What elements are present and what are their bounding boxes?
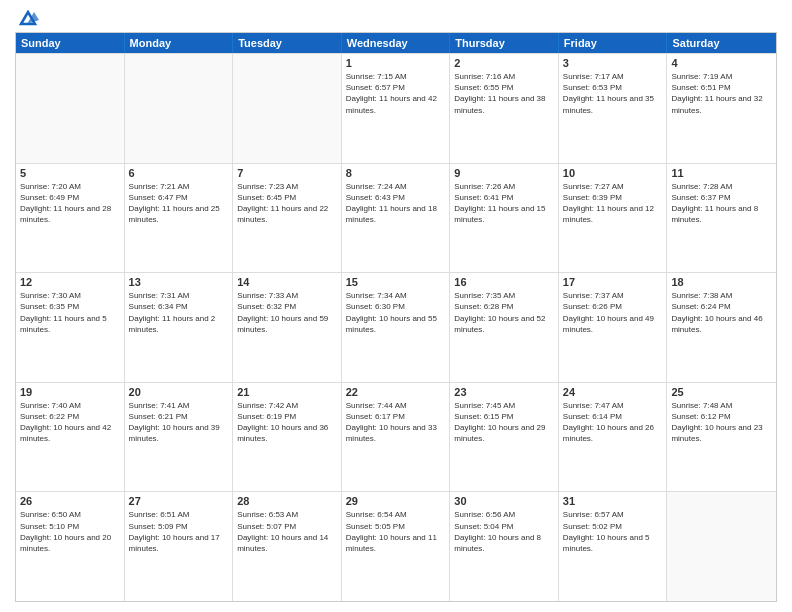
day-info: Sunrise: 7:23 AM Sunset: 6:45 PM Dayligh… — [237, 181, 337, 226]
day-number: 23 — [454, 386, 554, 398]
day-31: 31Sunrise: 6:57 AM Sunset: 5:02 PM Dayli… — [559, 492, 668, 601]
calendar-row-5: 26Sunrise: 6:50 AM Sunset: 5:10 PM Dayli… — [16, 491, 776, 601]
calendar-row-1: 1Sunrise: 7:15 AM Sunset: 6:57 PM Daylig… — [16, 53, 776, 163]
day-23: 23Sunrise: 7:45 AM Sunset: 6:15 PM Dayli… — [450, 383, 559, 492]
day-info: Sunrise: 7:33 AM Sunset: 6:32 PM Dayligh… — [237, 290, 337, 335]
day-number: 3 — [563, 57, 663, 69]
calendar-body: 1Sunrise: 7:15 AM Sunset: 6:57 PM Daylig… — [16, 53, 776, 601]
day-3: 3Sunrise: 7:17 AM Sunset: 6:53 PM Daylig… — [559, 54, 668, 163]
day-info: Sunrise: 7:17 AM Sunset: 6:53 PM Dayligh… — [563, 71, 663, 116]
day-6: 6Sunrise: 7:21 AM Sunset: 6:47 PM Daylig… — [125, 164, 234, 273]
day-8: 8Sunrise: 7:24 AM Sunset: 6:43 PM Daylig… — [342, 164, 451, 273]
calendar: SundayMondayTuesdayWednesdayThursdayFrid… — [15, 32, 777, 602]
day-17: 17Sunrise: 7:37 AM Sunset: 6:26 PM Dayli… — [559, 273, 668, 382]
weekday-header-sunday: Sunday — [16, 33, 125, 53]
day-number: 28 — [237, 495, 337, 507]
day-16: 16Sunrise: 7:35 AM Sunset: 6:28 PM Dayli… — [450, 273, 559, 382]
day-info: Sunrise: 7:21 AM Sunset: 6:47 PM Dayligh… — [129, 181, 229, 226]
day-number: 17 — [563, 276, 663, 288]
day-info: Sunrise: 7:28 AM Sunset: 6:37 PM Dayligh… — [671, 181, 772, 226]
day-18: 18Sunrise: 7:38 AM Sunset: 6:24 PM Dayli… — [667, 273, 776, 382]
day-19: 19Sunrise: 7:40 AM Sunset: 6:22 PM Dayli… — [16, 383, 125, 492]
day-number: 31 — [563, 495, 663, 507]
logo-icon — [17, 10, 39, 28]
day-info: Sunrise: 7:24 AM Sunset: 6:43 PM Dayligh… — [346, 181, 446, 226]
day-1: 1Sunrise: 7:15 AM Sunset: 6:57 PM Daylig… — [342, 54, 451, 163]
empty-cell — [125, 54, 234, 163]
day-number: 15 — [346, 276, 446, 288]
day-7: 7Sunrise: 7:23 AM Sunset: 6:45 PM Daylig… — [233, 164, 342, 273]
day-info: Sunrise: 6:56 AM Sunset: 5:04 PM Dayligh… — [454, 509, 554, 554]
page: SundayMondayTuesdayWednesdayThursdayFrid… — [0, 0, 792, 612]
weekday-header-monday: Monday — [125, 33, 234, 53]
day-21: 21Sunrise: 7:42 AM Sunset: 6:19 PM Dayli… — [233, 383, 342, 492]
calendar-row-3: 12Sunrise: 7:30 AM Sunset: 6:35 PM Dayli… — [16, 272, 776, 382]
day-12: 12Sunrise: 7:30 AM Sunset: 6:35 PM Dayli… — [16, 273, 125, 382]
day-number: 19 — [20, 386, 120, 398]
day-number: 21 — [237, 386, 337, 398]
day-number: 6 — [129, 167, 229, 179]
day-number: 1 — [346, 57, 446, 69]
day-9: 9Sunrise: 7:26 AM Sunset: 6:41 PM Daylig… — [450, 164, 559, 273]
day-20: 20Sunrise: 7:41 AM Sunset: 6:21 PM Dayli… — [125, 383, 234, 492]
day-info: Sunrise: 6:50 AM Sunset: 5:10 PM Dayligh… — [20, 509, 120, 554]
day-number: 18 — [671, 276, 772, 288]
day-number: 12 — [20, 276, 120, 288]
day-number: 27 — [129, 495, 229, 507]
day-info: Sunrise: 7:15 AM Sunset: 6:57 PM Dayligh… — [346, 71, 446, 116]
day-info: Sunrise: 7:41 AM Sunset: 6:21 PM Dayligh… — [129, 400, 229, 445]
calendar-header: SundayMondayTuesdayWednesdayThursdayFrid… — [16, 33, 776, 53]
day-info: Sunrise: 7:48 AM Sunset: 6:12 PM Dayligh… — [671, 400, 772, 445]
day-info: Sunrise: 7:27 AM Sunset: 6:39 PM Dayligh… — [563, 181, 663, 226]
calendar-row-2: 5Sunrise: 7:20 AM Sunset: 6:49 PM Daylig… — [16, 163, 776, 273]
header — [15, 10, 777, 26]
day-2: 2Sunrise: 7:16 AM Sunset: 6:55 PM Daylig… — [450, 54, 559, 163]
day-number: 10 — [563, 167, 663, 179]
day-11: 11Sunrise: 7:28 AM Sunset: 6:37 PM Dayli… — [667, 164, 776, 273]
empty-cell — [667, 492, 776, 601]
day-info: Sunrise: 7:42 AM Sunset: 6:19 PM Dayligh… — [237, 400, 337, 445]
day-28: 28Sunrise: 6:53 AM Sunset: 5:07 PM Dayli… — [233, 492, 342, 601]
day-29: 29Sunrise: 6:54 AM Sunset: 5:05 PM Dayli… — [342, 492, 451, 601]
day-30: 30Sunrise: 6:56 AM Sunset: 5:04 PM Dayli… — [450, 492, 559, 601]
weekday-header-wednesday: Wednesday — [342, 33, 451, 53]
empty-cell — [16, 54, 125, 163]
day-info: Sunrise: 7:47 AM Sunset: 6:14 PM Dayligh… — [563, 400, 663, 445]
day-number: 26 — [20, 495, 120, 507]
day-info: Sunrise: 7:37 AM Sunset: 6:26 PM Dayligh… — [563, 290, 663, 335]
day-number: 22 — [346, 386, 446, 398]
day-4: 4Sunrise: 7:19 AM Sunset: 6:51 PM Daylig… — [667, 54, 776, 163]
weekday-header-saturday: Saturday — [667, 33, 776, 53]
day-14: 14Sunrise: 7:33 AM Sunset: 6:32 PM Dayli… — [233, 273, 342, 382]
day-info: Sunrise: 7:35 AM Sunset: 6:28 PM Dayligh… — [454, 290, 554, 335]
day-number: 7 — [237, 167, 337, 179]
day-info: Sunrise: 7:31 AM Sunset: 6:34 PM Dayligh… — [129, 290, 229, 335]
day-number: 5 — [20, 167, 120, 179]
day-info: Sunrise: 7:34 AM Sunset: 6:30 PM Dayligh… — [346, 290, 446, 335]
weekday-header-tuesday: Tuesday — [233, 33, 342, 53]
day-info: Sunrise: 6:57 AM Sunset: 5:02 PM Dayligh… — [563, 509, 663, 554]
day-number: 24 — [563, 386, 663, 398]
day-number: 8 — [346, 167, 446, 179]
day-info: Sunrise: 7:45 AM Sunset: 6:15 PM Dayligh… — [454, 400, 554, 445]
day-info: Sunrise: 7:40 AM Sunset: 6:22 PM Dayligh… — [20, 400, 120, 445]
day-25: 25Sunrise: 7:48 AM Sunset: 6:12 PM Dayli… — [667, 383, 776, 492]
day-info: Sunrise: 7:38 AM Sunset: 6:24 PM Dayligh… — [671, 290, 772, 335]
calendar-row-4: 19Sunrise: 7:40 AM Sunset: 6:22 PM Dayli… — [16, 382, 776, 492]
empty-cell — [233, 54, 342, 163]
day-number: 14 — [237, 276, 337, 288]
day-info: Sunrise: 7:26 AM Sunset: 6:41 PM Dayligh… — [454, 181, 554, 226]
day-15: 15Sunrise: 7:34 AM Sunset: 6:30 PM Dayli… — [342, 273, 451, 382]
day-number: 16 — [454, 276, 554, 288]
day-number: 25 — [671, 386, 772, 398]
day-info: Sunrise: 7:16 AM Sunset: 6:55 PM Dayligh… — [454, 71, 554, 116]
day-5: 5Sunrise: 7:20 AM Sunset: 6:49 PM Daylig… — [16, 164, 125, 273]
day-info: Sunrise: 6:51 AM Sunset: 5:09 PM Dayligh… — [129, 509, 229, 554]
day-13: 13Sunrise: 7:31 AM Sunset: 6:34 PM Dayli… — [125, 273, 234, 382]
day-24: 24Sunrise: 7:47 AM Sunset: 6:14 PM Dayli… — [559, 383, 668, 492]
day-number: 29 — [346, 495, 446, 507]
weekday-header-thursday: Thursday — [450, 33, 559, 53]
weekday-header-friday: Friday — [559, 33, 668, 53]
day-10: 10Sunrise: 7:27 AM Sunset: 6:39 PM Dayli… — [559, 164, 668, 273]
day-number: 13 — [129, 276, 229, 288]
